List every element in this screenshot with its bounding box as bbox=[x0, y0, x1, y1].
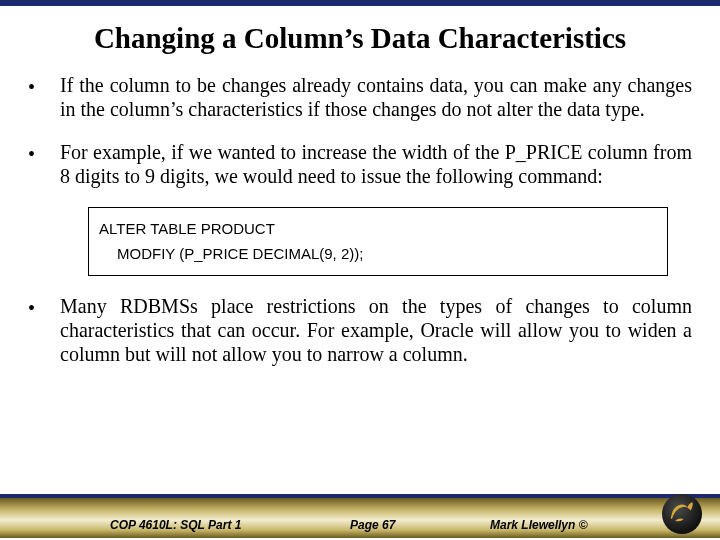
bullet-marker: • bbox=[28, 73, 60, 99]
code-box: ALTER TABLE PRODUCT MODFIY (P_PRICE DECI… bbox=[88, 207, 668, 276]
code-line: MODFIY (P_PRICE DECIMAL(9, 2)); bbox=[99, 241, 657, 267]
pegasus-icon bbox=[665, 497, 699, 531]
bullet-text: For example, if we wanted to increase th… bbox=[60, 140, 692, 189]
bullet-text: Many RDBMSs place restrictions on the ty… bbox=[60, 294, 692, 367]
footer-author: Mark Llewellyn © bbox=[490, 518, 588, 532]
bullet-marker: • bbox=[28, 140, 60, 166]
code-line: ALTER TABLE PRODUCT bbox=[99, 216, 657, 242]
footer-page: Page 67 bbox=[350, 518, 395, 532]
slide-title: Changing a Column’s Data Characteristics bbox=[28, 22, 692, 55]
bullet-list: • Many RDBMSs place restrictions on the … bbox=[28, 294, 692, 367]
bullet-list: • If the column to be changes already co… bbox=[28, 73, 692, 189]
bullet-item: • Many RDBMSs place restrictions on the … bbox=[28, 294, 692, 367]
slide-body: Changing a Column’s Data Characteristics… bbox=[0, 6, 720, 492]
bullet-item: • For example, if we wanted to increase … bbox=[28, 140, 692, 189]
ucf-logo bbox=[662, 494, 702, 534]
footer-course: COP 4610L: SQL Part 1 bbox=[110, 518, 241, 532]
bullet-text: If the column to be changes already cont… bbox=[60, 73, 692, 122]
svg-point-0 bbox=[666, 498, 698, 530]
bullet-item: • If the column to be changes already co… bbox=[28, 73, 692, 122]
bullet-marker: • bbox=[28, 294, 60, 320]
footer-bar: COP 4610L: SQL Part 1 Page 67 Mark Llewe… bbox=[0, 498, 720, 538]
footer: COP 4610L: SQL Part 1 Page 67 Mark Llewe… bbox=[0, 494, 720, 540]
